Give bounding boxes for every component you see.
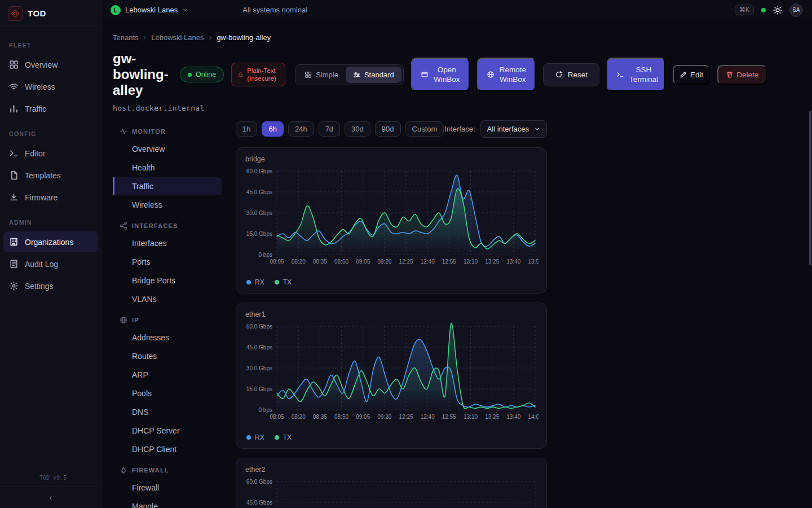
pencil-icon [679,71,687,78]
chart-title: bridge [245,155,537,163]
device-header: gw-bowling-alley Online Plain-Text (Inse… [113,51,812,98]
device-nav-item-dhcp-client[interactable]: DHCP Client [113,440,222,458]
time-range-7d[interactable]: 7d [319,121,340,137]
svg-text:13:10: 13:10 [464,259,478,265]
command-palette-shortcut[interactable]: ⌘K [735,5,754,15]
device-nav-item-dns[interactable]: DNS [113,403,222,421]
edit-button[interactable]: Edit [673,65,710,85]
chart-title: ether1 [245,310,537,318]
traffic-chart: 0 bps15.0 Gbps30.0 Gbps45.0 Gbps60.0 Gbp… [245,476,539,508]
sidebar-collapse-button[interactable] [0,487,101,508]
device-nav-item-wireless[interactable]: Wireless [113,196,222,214]
sun-icon[interactable] [773,6,782,15]
open-winbox-label: Open WinBox [434,65,460,85]
legend-tx[interactable]: TX [275,278,292,286]
sidebar: TOD FLEETOverviewWirelessTrafficCONFIGEd… [0,0,102,508]
device-nav-item-firewall[interactable]: Firewall [113,479,222,497]
sidebar-item-label: Firmware [25,193,58,202]
time-range-24h[interactable]: 24h [288,121,314,137]
time-range-30d[interactable]: 30d [345,121,370,137]
remote-winbox-button[interactable]: Remote WinBox [477,58,536,91]
sidebar-item-label: Traffic [25,104,46,113]
svg-text:12:25: 12:25 [399,259,413,265]
interface-select[interactable]: All interfaces [480,120,547,138]
ssh-terminal-button[interactable]: SSH Terminal [607,58,665,91]
device-nav-item-traffic[interactable]: Traffic [113,177,222,195]
activity-icon [120,128,127,135]
nodes-icon [120,222,127,230]
tenant-selector[interactable]: L Lebowski Lanes [111,5,188,15]
simple-label: Simple [316,71,338,79]
device-nav-section-firewall: FIREWALL [113,459,222,478]
logo-row: TOD [0,0,101,27]
device-nav-item-mangle[interactable]: Mangle [113,497,222,508]
device-nav-item-health[interactable]: Health [113,159,222,177]
sidebar-item-traffic[interactable]: Traffic [3,98,98,119]
user-avatar[interactable]: SA [789,3,803,17]
time-range-custom[interactable]: Custom [405,121,444,137]
time-range-90d[interactable]: 90d [375,121,401,137]
svg-text:08:20: 08:20 [292,259,306,265]
device-nav-item-interfaces[interactable]: Interfaces [113,234,222,252]
sidebar-item-overview[interactable]: Overview [3,54,98,75]
svg-text:45.0 Gbps: 45.0 Gbps [246,344,272,351]
sidebar-item-audit-log[interactable]: Audit Log [3,253,98,274]
view-mode-standard[interactable]: Standard [346,67,401,83]
svg-text:12:40: 12:40 [421,259,435,265]
device-nav-item-routes[interactable]: Routes [113,347,222,365]
legend-label: RX [255,278,264,286]
device-nav-section-label: FIREWALL [132,467,169,474]
ssh-terminal-icon [616,71,624,78]
legend-dot-icon [246,280,251,284]
device-nav-item-ports[interactable]: Ports [113,253,222,271]
topbar: L Lebowski Lanes All systems nominal ⌘K … [102,0,812,20]
sidebar-item-editor[interactable]: Editor [3,143,98,164]
open-winbox-button[interactable]: Open WinBox [411,58,470,91]
sidebar-item-organizations[interactable]: Organizations [3,231,98,252]
legend-rx[interactable]: RX [246,433,264,441]
file-icon [9,170,19,180]
sidebar-item-templates[interactable]: Templates [3,165,98,186]
legend-rx[interactable]: RX [246,278,264,286]
download-icon [9,192,19,202]
breadcrumb-tenant[interactable]: Lebowski Lanes [151,33,204,42]
svg-text:0 bps: 0 bps [259,407,272,413]
time-range-6h[interactable]: 6h [262,121,283,137]
vertical-scrollbar[interactable] [809,111,811,265]
system-status: All systems nominal [242,6,307,14]
health-dot [761,8,766,12]
sidebar-item-wireless[interactable]: Wireless [3,76,98,97]
device-nav-item-pools[interactable]: Pools [113,384,222,402]
device-nav-section-ip: IP [113,309,222,328]
device-nav-item-bridge-ports[interactable]: Bridge Ports [113,271,222,290]
breadcrumb-tenants[interactable]: Tenants [113,33,139,42]
svg-text:45.0 Gbps: 45.0 Gbps [246,189,272,195]
bar-chart-icon [9,104,19,113]
winbox-icon [421,71,429,78]
reset-button[interactable]: Reset [543,63,599,86]
globe-icon [120,316,127,324]
chart-card-bridge: bridge0 bps15.0 Gbps30.0 Gbps45.0 Gbps60… [236,147,547,294]
chevron-right-icon: › [209,33,211,42]
view-mode-simple[interactable]: Simple [297,67,346,83]
svg-text:13:25: 13:25 [485,259,499,265]
time-range-1h[interactable]: 1h [236,121,257,137]
device-nav-item-overview[interactable]: Overview [113,140,222,158]
device-nav-item-addresses[interactable]: Addresses [113,329,222,347]
view-mode-toggle: Simple Standard [295,64,404,85]
device-nav-item-arp[interactable]: ARP [113,366,222,384]
tenant-avatar: L [111,5,121,15]
legend-tx[interactable]: TX [275,433,292,441]
device-nav-item-vlans[interactable]: VLANs [113,290,222,308]
svg-text:08:05: 08:05 [270,259,284,265]
svg-text:12:40: 12:40 [421,414,435,420]
device-nav-item-dhcp-server[interactable]: DHCP Server [113,422,222,440]
svg-text:08:05: 08:05 [270,414,284,420]
sidebar-item-settings[interactable]: Settings [3,275,98,296]
gear-icon [9,281,19,291]
chevron-right-icon: › [144,33,147,42]
delete-button[interactable]: Delete [717,65,767,85]
list-icon [9,259,19,269]
svg-text:09:05: 09:05 [356,259,370,265]
sidebar-item-firmware[interactable]: Firmware [3,187,98,208]
